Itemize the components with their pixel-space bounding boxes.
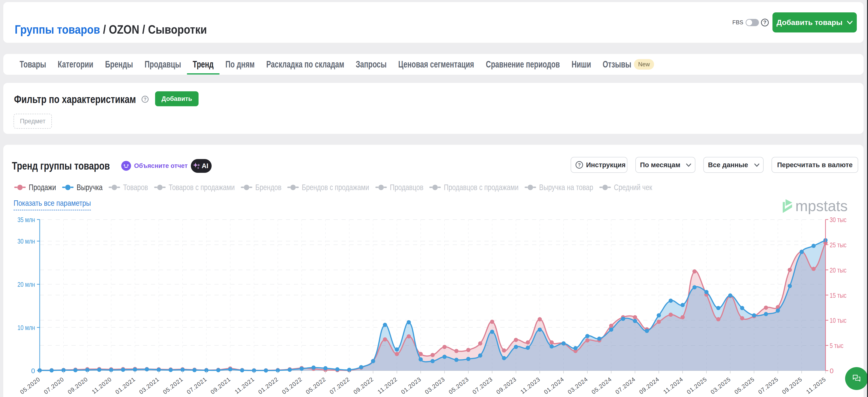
chat-button[interactable] (845, 367, 868, 390)
svg-text:20 млн: 20 млн (18, 280, 35, 288)
svg-text:15 тыс: 15 тыс (830, 292, 846, 299)
svg-text:30 млн: 30 млн (18, 237, 35, 245)
svg-text:07.2025: 07.2025 (757, 376, 779, 395)
svg-text:03.2025: 03.2025 (709, 376, 732, 395)
svg-text:05.2021: 05.2021 (162, 376, 184, 395)
svg-text:11.2022: 11.2022 (376, 376, 399, 395)
svg-text:05.2020: 05.2020 (19, 376, 41, 395)
svg-text:09.2025: 09.2025 (781, 376, 803, 395)
svg-text:0: 0 (31, 367, 35, 374)
svg-text:11.2024: 11.2024 (662, 376, 684, 395)
scrollbar[interactable] (867, 0, 868, 397)
svg-text:07.2024: 07.2024 (614, 376, 637, 395)
svg-text:11.2021: 11.2021 (234, 376, 255, 395)
svg-text:01.2024: 01.2024 (542, 376, 565, 395)
svg-text:01.2022: 01.2022 (257, 376, 280, 395)
svg-text:11.2020: 11.2020 (91, 376, 113, 395)
svg-text:09.2023: 09.2023 (495, 376, 518, 395)
svg-text:5 тыс: 5 тыс (830, 342, 843, 349)
svg-text:05.2025: 05.2025 (733, 376, 756, 395)
svg-text:03.2022: 03.2022 (281, 376, 303, 395)
svg-text:03.2024: 03.2024 (566, 376, 589, 395)
svg-text:11.2025: 11.2025 (805, 376, 827, 395)
svg-text:05.2022: 05.2022 (305, 376, 327, 395)
svg-text:09.2021: 09.2021 (209, 376, 232, 395)
svg-text:01.2025: 01.2025 (686, 376, 708, 395)
svg-text:10 тыс: 10 тыс (830, 316, 846, 324)
svg-text:25 тыс: 25 тыс (830, 241, 846, 249)
trend-chart[interactable]: 010 млн20 млн30 млн35 млн05 тыс10 тыс15 … (0, 0, 868, 397)
svg-text:0: 0 (830, 367, 834, 374)
svg-text:30 тыс: 30 тыс (830, 216, 846, 223)
svg-text:09.2020: 09.2020 (66, 376, 89, 395)
svg-text:10 млн: 10 млн (18, 324, 35, 331)
svg-text:07.2023: 07.2023 (471, 376, 494, 395)
svg-text:03.2021: 03.2021 (138, 376, 160, 395)
svg-text:09.2022: 09.2022 (352, 376, 375, 395)
svg-text:35 млн: 35 млн (18, 216, 35, 223)
svg-text:01.2021: 01.2021 (114, 376, 137, 395)
svg-text:07.2021: 07.2021 (185, 376, 208, 395)
svg-text:01.2023: 01.2023 (400, 376, 422, 395)
svg-text:20 тыс: 20 тыс (830, 266, 846, 274)
svg-text:05.2024: 05.2024 (590, 376, 613, 395)
svg-text:11.2023: 11.2023 (519, 376, 541, 395)
svg-text:07.2020: 07.2020 (42, 376, 65, 395)
chat-bubbles-icon (851, 374, 862, 384)
svg-text:07.2022: 07.2022 (329, 376, 351, 395)
svg-text:05.2023: 05.2023 (447, 376, 470, 395)
svg-text:09.2024: 09.2024 (638, 376, 660, 395)
svg-text:03.2023: 03.2023 (424, 376, 446, 395)
